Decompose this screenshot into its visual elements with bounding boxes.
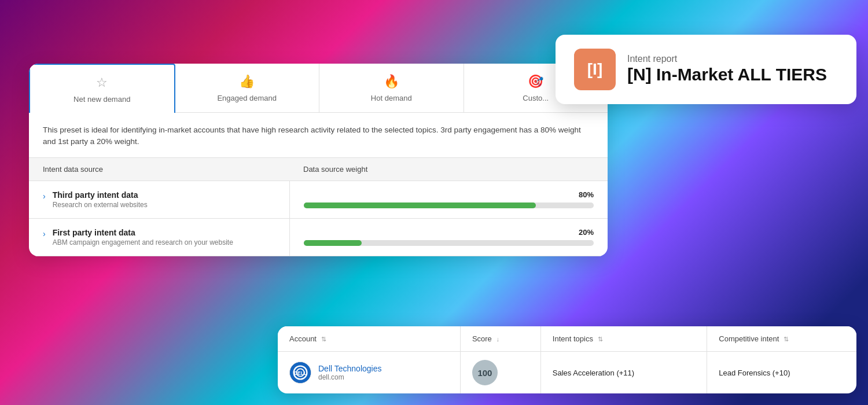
- company-logo: DELL: [289, 362, 311, 384]
- weight-cell: 20%: [289, 218, 608, 256]
- tabs-row: ☆ Net new demand 👍 Engaged demand 🔥 Hot …: [29, 64, 608, 113]
- target-icon: 🎯: [528, 74, 543, 89]
- progress-bar-fill: [304, 240, 362, 246]
- sort-icon-intent: ⇅: [598, 336, 603, 343]
- tab-net-new-demand[interactable]: ☆ Net new demand: [29, 64, 175, 113]
- results-col-account: Account ⇅: [278, 326, 460, 352]
- row-title: First party intent data: [53, 228, 233, 237]
- account-cell: DELL Dell Technologies dell.com: [278, 352, 460, 394]
- results-col-competitive-intent: Competitive intent ⇅: [707, 326, 856, 352]
- intent-report-title: [N] In-Market ALL TIERS: [627, 64, 827, 85]
- col1-header: Intent data source: [29, 158, 289, 181]
- table-row: › Third party intent data Research on ex…: [29, 181, 608, 218]
- progress-bar-fill: [304, 203, 536, 208]
- intent-report-card: [I] Intent report [N] In-Market ALL TIER…: [556, 35, 856, 104]
- row-subtitle: ABM campaign engagement and research on …: [53, 238, 233, 246]
- score-badge: 100: [472, 360, 498, 385]
- results-col-intent-topics: Intent topics ⇅: [540, 326, 707, 352]
- main-panel: ☆ Net new demand 👍 Engaged demand 🔥 Hot …: [29, 64, 608, 256]
- company-domain: dell.com: [318, 373, 381, 381]
- intent-report-icon: [I]: [574, 49, 616, 90]
- result-row: DELL Dell Technologies dell.com 100 Sale…: [278, 352, 856, 394]
- intent-report-text: Intent report [N] In-Market ALL TIERS: [627, 54, 827, 85]
- weight-cell: 80%: [289, 181, 608, 218]
- fire-icon: 🔥: [384, 74, 399, 89]
- sort-icon-account: ⇅: [321, 336, 326, 343]
- intent-report-subtitle: Intent report: [627, 54, 827, 64]
- tab-hot-demand[interactable]: 🔥 Hot demand: [319, 64, 464, 112]
- sort-icon-score: ↓: [496, 336, 499, 343]
- results-card: Account ⇅ Score ↓ Intent topics ⇅ Compet…: [278, 326, 856, 393]
- percentage-label: 20%: [304, 228, 594, 237]
- tab-engaged-demand-label: Engaged demand: [217, 94, 277, 102]
- col2-header: Data source weight: [289, 158, 608, 181]
- chevron-icon[interactable]: ›: [43, 229, 46, 238]
- description-text: This preset is ideal for identifying in-…: [29, 113, 608, 158]
- intent-topics-cell: Sales Acceleration (+11): [540, 352, 707, 394]
- company-name[interactable]: Dell Technologies: [318, 364, 381, 373]
- data-table: Intent data source Data source weight › …: [29, 158, 608, 256]
- thumbsup-icon: 👍: [239, 74, 255, 89]
- progress-bar-bg: [304, 240, 594, 246]
- results-col-score: Score ↓: [460, 326, 540, 352]
- results-table: Account ⇅ Score ↓ Intent topics ⇅ Compet…: [278, 326, 856, 393]
- competitive-intent-cell: Lead Forensics (+10): [707, 352, 856, 394]
- intent-report-icon-text: [I]: [587, 60, 602, 79]
- tab-hot-demand-label: Hot demand: [371, 94, 412, 102]
- svg-text:DELL: DELL: [294, 370, 307, 376]
- sort-icon-competitive: ⇅: [784, 336, 789, 343]
- tab-custom-label: Custo...: [523, 94, 549, 102]
- progress-bar-bg: [304, 203, 594, 208]
- percentage-label: 80%: [304, 190, 594, 199]
- source-cell: › Third party intent data Research on ex…: [29, 181, 289, 218]
- row-title: Third party intent data: [53, 190, 148, 200]
- score-cell: 100: [460, 352, 540, 394]
- tab-engaged-demand[interactable]: 👍 Engaged demand: [175, 64, 320, 112]
- row-subtitle: Research on external websites: [53, 201, 148, 209]
- star-icon: ☆: [96, 75, 108, 90]
- chevron-icon[interactable]: ›: [43, 192, 46, 201]
- table-row: › First party intent data ABM campaign e…: [29, 218, 608, 256]
- source-cell: › First party intent data ABM campaign e…: [29, 218, 289, 256]
- tab-net-new-demand-label: Net new demand: [73, 95, 130, 104]
